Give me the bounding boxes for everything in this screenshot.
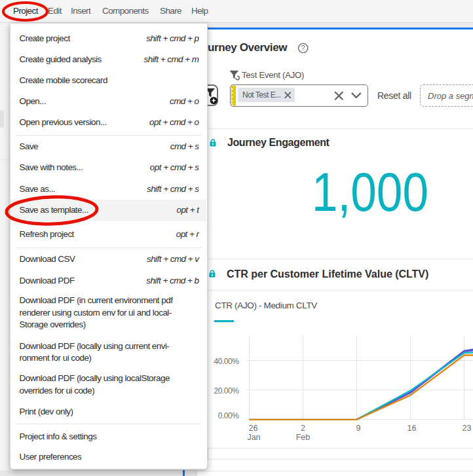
svg-text:40.00%: 40.00% [214,357,240,366]
svg-text:1,000: 1,000 [312,161,428,223]
svg-text:9: 9 [356,424,361,433]
svg-text:Jan: Jan [247,433,260,442]
svg-text:?: ? [301,44,305,52]
svg-text:16: 16 [407,424,417,433]
svg-text:Feb: Feb [296,433,311,442]
svg-text:0.00%: 0.00% [218,411,240,420]
svg-text:23: 23 [463,424,472,433]
svg-text:26: 26 [249,424,258,433]
svg-text:20.00%: 20.00% [214,386,240,395]
svg-text:2: 2 [301,424,305,433]
